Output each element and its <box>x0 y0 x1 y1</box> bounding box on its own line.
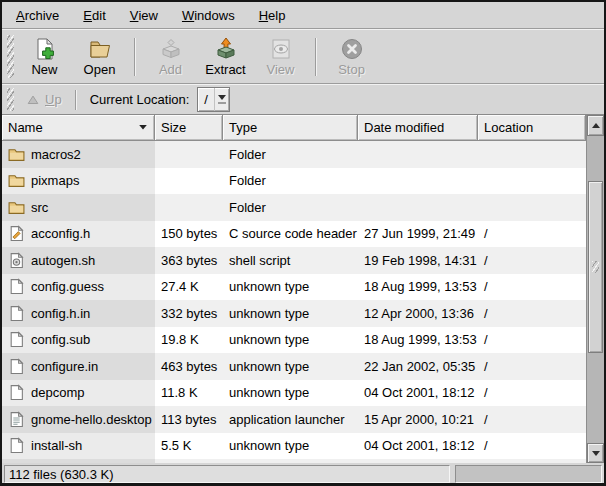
file-date-cell <box>358 141 478 168</box>
scroll-up-button[interactable] <box>587 115 604 136</box>
file-name: acconfig.h <box>31 226 90 241</box>
file-row[interactable] <box>2 459 604 463</box>
file-name: src <box>31 200 48 215</box>
text-file-icon <box>8 384 25 401</box>
file-type-cell: unknown type <box>223 380 358 407</box>
file-row-depcomp[interactable]: depcomp11.8 Kunknown type04 Oct 2001, 18… <box>2 380 604 407</box>
scrollbar-thumb[interactable] <box>588 181 603 353</box>
stop-button: Stop <box>325 33 378 81</box>
sort-descending-icon <box>138 120 148 135</box>
scroll-up-icon <box>592 123 600 128</box>
file-location-cell: / <box>478 274 586 301</box>
file-row-config-h-in[interactable]: config.h.in332 bytesunknown type12 Apr 2… <box>2 300 604 327</box>
file-type-cell: shell script <box>223 247 358 274</box>
file-date-cell: 04 Oct 2001, 18:12 <box>358 380 478 407</box>
file-name: gnome-hello.desktop <box>31 412 152 427</box>
archive-manager-window: ArchiveEditViewWindowsHelp NewOpenAddExt… <box>0 0 606 486</box>
file-name-cell: configure.in <box>2 353 155 380</box>
file-row-src[interactable]: srcFolder <box>2 194 604 221</box>
file-name-cell: pixmaps <box>2 168 155 195</box>
file-size-cell: 150 bytes <box>155 221 223 248</box>
text-file-icon <box>8 437 25 454</box>
file-name-cell: autogen.sh <box>2 247 155 274</box>
menu-view[interactable]: View <box>118 2 170 28</box>
file-date-cell <box>358 459 478 463</box>
file-row-config-sub[interactable]: config.sub19.8 Kunknown type18 Aug 1999,… <box>2 327 604 354</box>
file-location-cell: / <box>478 380 586 407</box>
file-name-cell: depcomp <box>2 380 155 407</box>
column-header-date-modified[interactable]: Date modified <box>358 115 478 141</box>
file-row-install-sh[interactable]: install-sh5.5 Kunknown type04 Oct 2001, … <box>2 433 604 460</box>
file-size-cell <box>155 194 223 221</box>
file-date-cell: 27 Jun 1999, 21:49 <box>358 221 478 248</box>
location-bar-grip-handle[interactable] <box>7 88 14 111</box>
file-type-cell: application launcher <box>223 406 358 433</box>
file-list-header: NameSizeTypeDate modifiedLocation <box>2 115 586 141</box>
menu-edit[interactable]: Edit <box>71 2 117 28</box>
open-archive-icon <box>88 37 112 61</box>
file-date-cell: 12 Apr 2000, 13:36 <box>358 300 478 327</box>
file-name: macros2 <box>31 147 81 162</box>
file-location-cell: / <box>478 327 586 354</box>
toolbar-grip-handle[interactable] <box>7 35 14 78</box>
file-row-configure-in[interactable]: configure.in463 bytesunknown type22 Jan … <box>2 353 604 380</box>
file-name: config.h.in <box>31 306 90 321</box>
shell-script-icon <box>8 252 25 269</box>
up-arrow-icon <box>26 93 40 107</box>
text-file-icon <box>8 358 25 375</box>
file-location-cell <box>478 168 586 195</box>
file-row-macros2[interactable]: macros2Folder <box>2 141 604 168</box>
column-header-label: Type <box>229 120 257 135</box>
extract-button[interactable]: Extract <box>199 33 252 81</box>
file-type-cell: C source code header <box>223 221 358 248</box>
file-name-cell: acconfig.h <box>2 221 155 248</box>
stop-icon <box>340 37 364 61</box>
c-source-icon <box>8 225 25 242</box>
file-location-cell: / <box>478 406 586 433</box>
column-header-location[interactable]: Location <box>478 115 586 141</box>
open-button[interactable]: Open <box>73 33 126 81</box>
menu-help[interactable]: Help <box>247 2 298 28</box>
menu-archive[interactable]: Archive <box>4 2 71 28</box>
column-header-label: Name <box>8 120 43 135</box>
column-header-name[interactable]: Name <box>2 115 155 141</box>
new-button[interactable]: New <box>18 33 71 81</box>
column-header-label: Size <box>161 120 186 135</box>
combo-dropdown-icon <box>214 88 229 111</box>
column-header-label: Location <box>484 120 533 135</box>
file-date-cell <box>358 168 478 195</box>
file-type-cell: unknown type <box>223 300 358 327</box>
folder-icon <box>8 199 25 216</box>
file-type-cell: unknown type <box>223 327 358 354</box>
status-bar: 112 files (630.3 K) <box>4 465 602 483</box>
file-row-gnome-hello-desktop[interactable]: gnome-hello.desktop113 bytesapplication … <box>2 406 604 433</box>
toolbar-button-label: Open <box>84 62 116 77</box>
location-bar-separator <box>75 90 77 110</box>
file-row-acconfig-h[interactable]: acconfig.h150 bytesC source code header2… <box>2 221 604 248</box>
location-combo[interactable]: / <box>197 87 230 112</box>
column-header-size[interactable]: Size <box>155 115 223 141</box>
file-row-autogen-sh[interactable]: autogen.sh363 bytesshell script19 Feb 19… <box>2 247 604 274</box>
view-button: View <box>254 33 307 81</box>
column-header-type[interactable]: Type <box>223 115 358 141</box>
file-name-cell: gnome-hello.desktop <box>2 406 155 433</box>
file-list: NameSizeTypeDate modifiedLocation macros… <box>2 114 604 462</box>
file-name-cell: config.h.in <box>2 300 155 327</box>
file-date-cell: 22 Jan 2002, 05:35 <box>358 353 478 380</box>
menu-windows[interactable]: Windows <box>170 2 247 28</box>
file-date-cell: 15 Apr 2000, 10:21 <box>358 406 478 433</box>
scroll-down-button[interactable] <box>587 443 604 463</box>
new-archive-icon <box>33 37 57 61</box>
file-size-cell: 27.4 K <box>155 274 223 301</box>
progress-area <box>455 465 602 483</box>
file-date-cell: 19 Feb 1998, 14:31 <box>358 247 478 274</box>
file-name-cell: config.sub <box>2 327 155 354</box>
file-location-cell: / <box>478 353 586 380</box>
file-row-config-guess[interactable]: config.guess27.4 Kunknown type18 Aug 199… <box>2 274 604 301</box>
add-button: Add <box>144 33 197 81</box>
file-name-cell: install-sh <box>2 433 155 460</box>
vertical-scrollbar[interactable] <box>586 115 604 463</box>
toolbar-button-label: New <box>31 62 57 77</box>
file-row-pixmaps[interactable]: pixmapsFolder <box>2 168 604 195</box>
current-location-label: Current Location: <box>90 92 190 107</box>
